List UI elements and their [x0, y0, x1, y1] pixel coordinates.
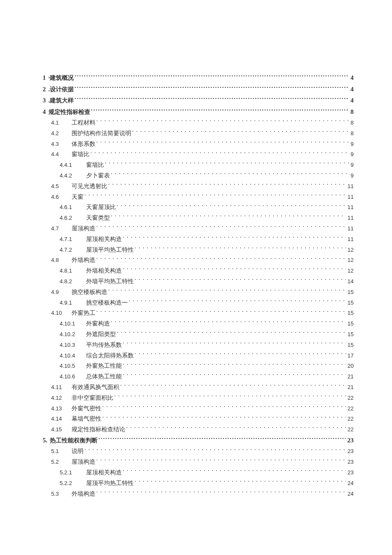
toc-leader-dots [123, 267, 346, 273]
toc-leader-dots [84, 193, 346, 199]
toc-entry[interactable]: 4.10.6总体热工性能21 [43, 372, 354, 382]
toc-entry-page: 9 [350, 160, 354, 170]
toc-entry[interactable]: 4.8.1外墙相关构造12 [43, 266, 354, 276]
toc-entry[interactable]: 4.14幕墙气密性22 [43, 414, 354, 424]
toc-entry[interactable]: 4.6.1天窗屋顶比11 [43, 202, 354, 212]
toc-entry[interactable]: 1·建筑概况4 [43, 73, 354, 84]
toc-entry[interactable]: 4.9挑空楼板构造15 [43, 287, 354, 297]
toc-leader-dots [90, 150, 349, 156]
toc-entry[interactable]: 4.10.2外遮阳类型15 [43, 329, 354, 340]
toc-entry-title: 屋顶相关构造 [86, 234, 122, 244]
toc-entry[interactable]: 4.8.2外墙平均热工特性14 [43, 276, 354, 287]
toc-entry-title: 体形系数 [72, 139, 95, 149]
toc-entry-title: 窗墙比 [86, 160, 104, 170]
toc-entry-number: 5.3 [51, 489, 72, 499]
toc-entry[interactable]: 4.8外墙构造12 [43, 255, 354, 265]
toc-entry-number: 5. [43, 435, 50, 446]
toc-entry[interactable]: 4.15规定性指标检查结论22 [43, 424, 354, 435]
toc-entry[interactable]: 4规定性指标检查8 [43, 107, 354, 118]
toc-leader-dots [102, 415, 346, 421]
toc-entry[interactable]: 4.2围护结构作法简要说明8 [43, 128, 354, 139]
toc-entry-number: 4.7.2 [60, 245, 86, 255]
toc-entry-title: 屋顶相关构造 [86, 468, 122, 478]
toc-entry-page: 15 [347, 319, 354, 328]
toc-entry-title: 外墙构造 [72, 255, 95, 265]
toc-entry-page: 23 [347, 468, 354, 477]
toc-entry[interactable]: 5.热工性能权衡判断23 [43, 435, 354, 446]
toc-entry-number: 4.7 [51, 224, 72, 233]
toc-entry-title: 屋顶构造 [72, 457, 95, 467]
toc-entry[interactable]: 4.10.1外窗构造15 [43, 319, 354, 329]
toc-entry[interactable]: 4.4.1窗墙比9 [43, 160, 354, 170]
toc-entry-number: 5.1 [51, 447, 72, 456]
toc-entry-page: 23 [347, 457, 354, 467]
toc-leader-dots [120, 383, 346, 389]
toc-entry[interactable]: 4.10.3平均传热系数15 [43, 340, 354, 350]
toc-leader-dots [123, 468, 346, 474]
toc-entry-title: 外窗热工性能 [86, 361, 122, 371]
toc-entry-page: 15 [347, 308, 354, 318]
toc-entry-title: 外窗气密性 [72, 404, 101, 414]
toc-entry-number: 4.2 [51, 129, 72, 138]
toc-entry-page: 4 [350, 84, 354, 95]
toc-entry-number: 4.10 [51, 308, 72, 318]
toc-entry-page: 15 [347, 298, 354, 308]
toc-entry-page: 22 [347, 425, 354, 434]
toc-entry-page: 21 [347, 383, 354, 392]
toc-entry-page: 9 [350, 150, 354, 159]
toc-entry-page: 12 [347, 256, 354, 265]
toc-entry-number: 4.6.2 [60, 213, 86, 223]
toc-entry[interactable]: 4.13外窗气密性22 [43, 404, 354, 414]
toc-leader-dots [96, 119, 349, 125]
toc-entry-title: 挑空楼板构造一 [86, 298, 128, 308]
toc-entry[interactable]: 4.1工程材料8 [43, 118, 354, 128]
toc-leader-dots [117, 203, 346, 209]
toc-entry-page: 12 [347, 266, 354, 276]
toc-entry[interactable]: 4.11有效通风换气面积21 [43, 382, 354, 392]
toc-leader-dots [129, 299, 346, 305]
toc-entry-page: 20 [347, 361, 354, 371]
toc-entry[interactable]: 5.3外墙构造24 [43, 489, 354, 499]
toc-entry-number: 4.5 [51, 182, 72, 191]
toc-entry[interactable]: 3.建筑大样4 [43, 95, 354, 106]
toc-leader-dots [123, 341, 346, 347]
toc-entry[interactable]: 5.1说明23 [43, 446, 354, 456]
toc-entry-title: 外墙相关构造 [86, 266, 122, 276]
toc-entry-title: 天窗 [72, 192, 84, 202]
toc-entry[interactable]: 4.7屋顶构造11 [43, 224, 354, 234]
toc-entry[interactable]: 4.3体形系数9 [43, 139, 354, 149]
toc-entry[interactable]: 4.10外窗热工15 [43, 308, 354, 318]
toc-entry-page: 11 [347, 192, 354, 202]
toc-entry-title: 外遮阳类型 [86, 329, 116, 340]
toc-entry[interactable]: 4.10.4综合太阳得热系数17 [43, 351, 354, 361]
toc-leader-dots [102, 404, 346, 410]
toc-entry[interactable]: 5.2.2屋顶平均热工特性24 [43, 478, 354, 488]
toc-entry-page: 17 [347, 351, 354, 360]
toc-entry[interactable]: 5.2.1屋顶相关构造23 [43, 468, 354, 478]
toc-entry[interactable]: 4.10.5外窗热工性能20 [43, 361, 354, 371]
toc-entry[interactable]: 4.6.2天窗类型11 [43, 213, 354, 223]
toc-entry[interactable]: 4.4窗墙比9 [43, 149, 354, 160]
toc-entry[interactable]: 4.5可见光透射比11 [43, 181, 354, 192]
toc-entry[interactable]: 4.7.2屋顶平均热工特性12 [43, 245, 354, 255]
toc-entry[interactable]: 4.7.1屋顶相关构造11 [43, 234, 354, 244]
toc-entry[interactable]: 2.设计依据4 [43, 84, 354, 95]
toc-entry-page: 22 [347, 414, 354, 424]
toc-entry-number: 5.2.1 [60, 468, 86, 477]
toc-entry-page: 4 [350, 73, 354, 84]
toc-entry-title: 说明 [72, 446, 84, 456]
toc-entry-number: 5.2.2 [60, 479, 86, 488]
toc-entry-number: 4.12 [51, 393, 72, 403]
toc-entry-page: 8 [350, 118, 354, 128]
toc-entry-page: 24 [347, 489, 354, 499]
toc-entry-title: 窗墙比 [72, 149, 89, 160]
toc-entry[interactable]: 5.2屋顶构造23 [43, 457, 354, 467]
toc-entry-number: 4.14 [51, 414, 72, 424]
toc-entry[interactable]: 4.9.1挑空楼板构造一15 [43, 298, 354, 308]
toc-entry-title: 综合太阳得热系数 [86, 351, 134, 361]
toc-entry[interactable]: 4.6天窗11 [43, 192, 354, 202]
toc-entry-title: 挑空楼板构造 [72, 287, 107, 297]
toc-entry[interactable]: 4.12非中空窗面积比22 [43, 393, 354, 403]
toc-entry-number: 4.10.6 [60, 372, 86, 381]
toc-entry[interactable]: 4.4.2夕卜窗表9 [43, 171, 354, 181]
